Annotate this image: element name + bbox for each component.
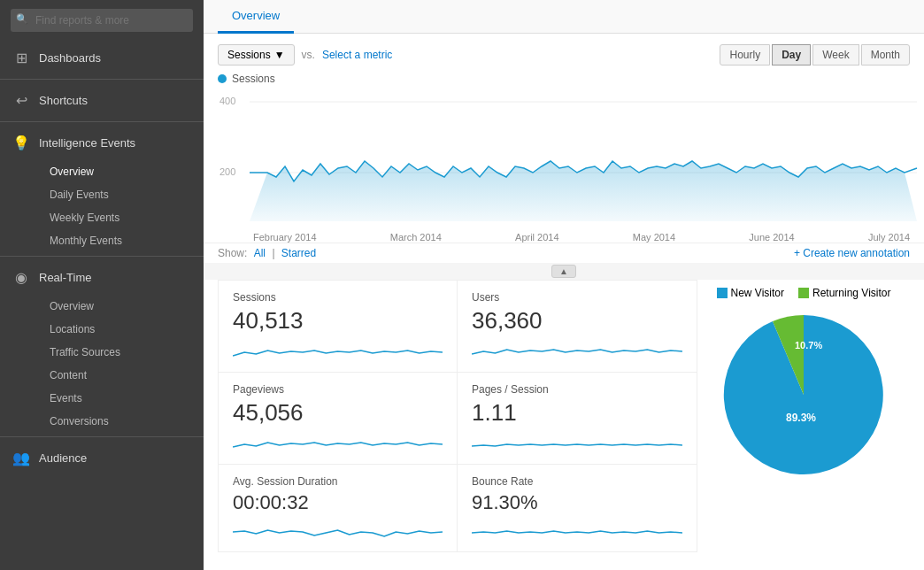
time-btn-hourly[interactable]: Hourly [720, 44, 770, 65]
sidebar-item-ie-monthly[interactable]: Monthly Events [39, 229, 204, 252]
sparkline-sessions [233, 340, 443, 361]
show-label: Show: [218, 247, 247, 259]
sidebar-item-rt-traffic[interactable]: Traffic Sources [39, 341, 204, 364]
sidebar-item-rt-locations[interactable]: Locations [39, 318, 204, 341]
sidebar-item-ie-weekly[interactable]: Weekly Events [39, 206, 204, 229]
search-input[interactable] [11, 9, 193, 32]
metric-avg-duration: Avg. Session Duration 00:00:32 [219, 465, 458, 551]
sidebar-item-ie-daily[interactable]: Daily Events [39, 183, 204, 206]
metric-sessions-label: Sessions [233, 291, 443, 304]
metric-pageviews-value: 45,056 [233, 399, 443, 427]
chart-area: Sessions ▼ vs. Select a metric Hourly Da… [204, 34, 924, 243]
sparkline-duration [233, 520, 443, 541]
new-visitor-label: New Visitor [731, 287, 784, 299]
audience-icon: 👥 [11, 450, 32, 466]
metric-users-value: 36,360 [472, 307, 682, 335]
vs-text: vs. [302, 49, 315, 61]
dashboards-icon: ⊞ [11, 50, 32, 66]
metric-users: Users 36,360 [458, 281, 697, 373]
sidebar-item-rt-overview[interactable]: Overview [39, 295, 204, 318]
sidebar-dashboards-label: Dashboards [39, 51, 101, 65]
show-starred-link[interactable]: Starred [281, 247, 316, 259]
metric-pageviews: Pageviews 45,056 [219, 373, 458, 465]
tab-bar: Overview [204, 0, 924, 34]
pie-legend: New Visitor Returning Visitor [717, 287, 891, 299]
svg-text:200: 200 [219, 166, 235, 177]
new-visitor-dot [717, 288, 728, 298]
returning-visitor-dot [798, 288, 809, 298]
returning-visitor-label: Returning Visitor [812, 287, 891, 299]
metric-users-label: Users [472, 291, 682, 304]
collapse-chart-btn[interactable]: ▲ [551, 265, 576, 278]
sessions-legend-label: Sessions [232, 73, 275, 85]
sparkline-pages-session [472, 432, 682, 453]
sidebar-item-dashboards[interactable]: ⊞ Dashboards [0, 41, 204, 75]
tab-overview[interactable]: Overview [218, 0, 294, 34]
time-btn-day[interactable]: Day [772, 44, 811, 65]
metric-pages-session-label: Pages / Session [472, 383, 682, 396]
pie-section: New Visitor Returning Visitor 89.3% 10.7… [697, 280, 910, 552]
sidebar-intelligence-label: Intelligence Events [39, 136, 135, 150]
time-btn-month[interactable]: Month [861, 44, 910, 65]
sparkline-bounce [472, 520, 682, 541]
sidebar-shortcuts-label: Shortcuts [39, 94, 88, 107]
metrics-section: Sessions 40,513 Users 36,360 [204, 280, 924, 552]
x-label-jul: July 2014 [868, 232, 910, 243]
x-label-apr: April 2014 [515, 232, 559, 243]
sidebar-item-shortcuts[interactable]: ↩ Shortcuts [0, 83, 204, 118]
sidebar-item-intelligence[interactable]: 💡 Intelligence Events [0, 126, 204, 160]
metric-pageviews-label: Pageviews [233, 383, 443, 396]
realtime-sub-items: Overview Locations Traffic Sources Conte… [0, 295, 204, 433]
intelligence-icon: 💡 [11, 135, 32, 151]
realtime-icon: ◉ [11, 269, 32, 286]
sparkline-pageviews [233, 432, 443, 453]
time-buttons: Hourly Day Week Month [720, 44, 910, 65]
returning-pct-label: 10.7% [795, 340, 822, 350]
x-label-jun: June 2014 [749, 232, 794, 243]
time-btn-week[interactable]: Week [812, 44, 859, 65]
sidebar-item-rt-content[interactable]: Content [39, 364, 204, 387]
sessions-legend-dot [218, 74, 227, 83]
chart-controls: Sessions ▼ vs. Select a metric Hourly Da… [218, 44, 910, 65]
chart-x-labels: February 2014 March 2014 April 2014 May … [218, 230, 910, 243]
metric-avg-duration-value: 00:00:32 [233, 491, 443, 514]
metric-pages-session: Pages / Session 1.11 [458, 373, 697, 465]
sessions-chart: 400 200 [218, 89, 910, 230]
sidebar: ⊞ Dashboards ↩ Shortcuts 💡 Intelligence … [0, 0, 204, 570]
x-label-mar: March 2014 [390, 232, 442, 243]
new-pct-label: 89.3% [786, 412, 816, 424]
intelligence-sub-items: Overview Daily Events Weekly Events Mont… [0, 160, 204, 252]
main-content: Overview Sessions ▼ vs. Select a metric … [204, 0, 924, 570]
sidebar-item-rt-conversions[interactable]: Conversions [39, 410, 204, 433]
sessions-dropdown[interactable]: Sessions ▼ [218, 44, 295, 65]
metric-bounce-rate-value: 91.30% [472, 491, 682, 514]
metric-avg-duration-label: Avg. Session Duration [233, 475, 443, 488]
metric-sessions: Sessions 40,513 [219, 281, 458, 373]
show-bar: Show: All | Starred + Create new annotat… [204, 243, 924, 263]
metrics-grid: Sessions 40,513 Users 36,360 [218, 280, 697, 552]
pie-chart-svg: 89.3% 10.7% [715, 306, 892, 483]
sidebar-item-audience[interactable]: 👥 Audience [0, 441, 204, 475]
sidebar-item-ie-overview[interactable]: Overview [39, 160, 204, 183]
pie-legend-new: New Visitor [717, 287, 784, 299]
pie-legend-returning: Returning Visitor [798, 287, 891, 299]
x-label-may: May 2014 [633, 232, 675, 243]
metric-sessions-value: 40,513 [233, 307, 443, 335]
sessions-chart-svg: 400 200 [218, 89, 910, 230]
show-all-link[interactable]: All [254, 247, 266, 259]
select-metric-link[interactable]: Select a metric [322, 49, 392, 61]
metric-bounce-rate-label: Bounce Rate [472, 475, 682, 488]
create-annotation-btn[interactable]: + Create new annotation [794, 247, 910, 259]
search-bar-container [0, 0, 204, 41]
chart-legend: Sessions [218, 73, 910, 85]
sidebar-item-realtime[interactable]: ◉ Real-Time [0, 260, 204, 295]
collapse-row: ▲ [204, 263, 924, 280]
metric-pages-session-value: 1.11 [472, 399, 682, 427]
svg-text:400: 400 [219, 96, 235, 106]
sidebar-realtime-label: Real-Time [39, 271, 91, 284]
x-label-feb: February 2014 [253, 232, 317, 243]
sidebar-item-rt-events[interactable]: Events [39, 387, 204, 410]
shortcuts-icon: ↩ [11, 92, 32, 109]
metric-bounce-rate: Bounce Rate 91.30% [458, 465, 697, 551]
sparkline-users [472, 340, 682, 361]
